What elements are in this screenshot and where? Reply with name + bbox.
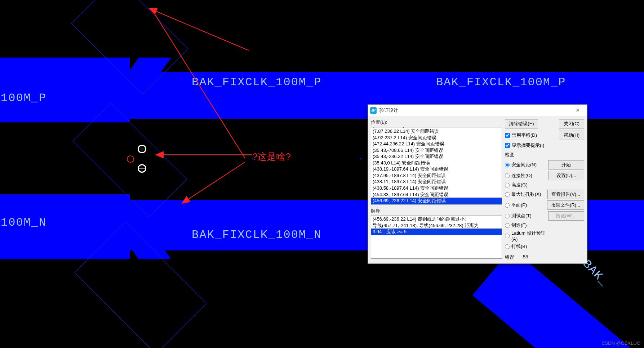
- error-list-item[interactable]: (35.43,-236.22 L14) 安全间距错误: [371, 153, 502, 160]
- checkbox-icon[interactable]: [505, 143, 510, 148]
- error-list-item[interactable]: (456.69,-236.22 L14) 安全间距错误: [371, 198, 502, 204]
- position-label: 位置(L):: [371, 119, 502, 126]
- svg-line-3: [187, 162, 245, 200]
- via-icon: [138, 164, 146, 173]
- close-icon[interactable]: ×: [570, 107, 585, 114]
- radio-clearance[interactable]: 安全间距(N): [505, 162, 546, 168]
- net-label: 100M_N: [1, 216, 46, 229]
- radio-latium[interactable]: Latium 设计验证(A): [505, 230, 546, 242]
- preview-button[interactable]: 预览(W)...: [548, 211, 584, 221]
- clear-errors-button[interactable]: 清除错误(E): [505, 119, 538, 128]
- checkbox-icon[interactable]: [505, 133, 510, 138]
- error-list-item[interactable]: (438.11,-1897.8 L14) 安全间距错误: [371, 178, 502, 185]
- errors-footer-count: 58: [523, 254, 528, 261]
- error-list-item[interactable]: (438.19,-1897.64 L14) 安全间距错误: [371, 166, 502, 172]
- error-list-item[interactable]: (438.58,-1897.64 L14) 安全间距错误: [371, 185, 502, 191]
- errors-footer-label: 错误: [505, 254, 514, 261]
- net-label: BAK_FIXCLK_100M_P: [436, 76, 566, 89]
- error-list-item[interactable]: (35.43,-708.66 L14) 安全间距错误: [371, 147, 502, 154]
- radio-plane[interactable]: 平面(P): [505, 202, 545, 208]
- dialog-title: 验证设计: [379, 107, 570, 114]
- watermark: CSDN @GBXLUO: [601, 340, 640, 346]
- start-button[interactable]: 开始: [548, 160, 584, 170]
- error-list-item[interactable]: (7.87,236.22 L14) 安全间距错误: [371, 128, 502, 135]
- net-label: 100M_P: [1, 91, 46, 105]
- check-group-label: 检查: [505, 152, 584, 158]
- via-icon: [138, 145, 146, 153]
- error-list-item[interactable]: (472.44,236.22 L14) 安全间距错误: [371, 141, 502, 147]
- error-listbox[interactable]: (-2.95,245.08 L14) 安全间距错误(-4,246.13 L14)…: [371, 127, 502, 205]
- explain-line: 3.94，应该 >= 5: [371, 229, 502, 235]
- radio-highspeed[interactable]: 高速(G): [505, 182, 546, 188]
- app-icon: JP: [370, 107, 377, 114]
- verify-design-dialog: JP 验证设计 × 位置(L): (-2.95,245.08 L14) 安全间距…: [368, 104, 587, 264]
- selected-via-icon: [127, 155, 134, 163]
- radio-max-via[interactable]: 最大过孔数(X): [505, 191, 545, 198]
- help-button[interactable]: 帮助(H): [559, 131, 584, 140]
- view-report-button[interactable]: 查看报告(V)...: [547, 190, 584, 199]
- setup-button[interactable]: 设置(U)...: [548, 171, 584, 180]
- net-label: BAK_FIXCLK_100M_N: [192, 228, 321, 241]
- report-file-button[interactable]: 报告文件(R)...: [547, 200, 584, 210]
- explain-label: 解释:: [371, 208, 502, 214]
- disable-pan-checkbox[interactable]: 禁用平移(D): [505, 132, 537, 139]
- close-button[interactable]: 关闭(C): [559, 119, 584, 128]
- explain-line: 导线(457.71,-241.18), 导线(456.69,-232.28) 距…: [371, 222, 502, 229]
- show-summary-checkbox[interactable]: 显示摘要提示(I): [505, 142, 584, 149]
- error-list-item[interactable]: (454.33,-1897.64 L14) 安全间距错误: [371, 191, 502, 198]
- net-label: BAK_FIXCLK_100M_P: [192, 76, 321, 89]
- error-list-item[interactable]: (437.95,-1897.8 L14) 安全间距错误: [371, 172, 502, 179]
- radio-wire[interactable]: 打线(B): [505, 243, 546, 250]
- error-list-item[interactable]: (4.92,237.2 L14) 安全间距错误: [371, 135, 502, 141]
- radio-testpoint[interactable]: 测试点(T): [505, 213, 546, 219]
- radio-connectivity[interactable]: 连接性(O): [505, 172, 546, 179]
- explanation-listbox[interactable]: (456.69,-236.22 L14) 覆铜线之间的距离过小:导线(457.7…: [371, 216, 502, 259]
- error-list-item[interactable]: (35.43,0 L14) 安全间距错误: [371, 160, 502, 166]
- annotation-text: ?这是啥?: [252, 150, 291, 163]
- radio-fabrication[interactable]: 制造(F): [505, 222, 546, 229]
- dialog-titlebar[interactable]: JP 验证设计 ×: [368, 105, 587, 116]
- explain-line: (456.69,-236.22 L14) 覆铜线之间的距离过小:: [371, 216, 502, 222]
